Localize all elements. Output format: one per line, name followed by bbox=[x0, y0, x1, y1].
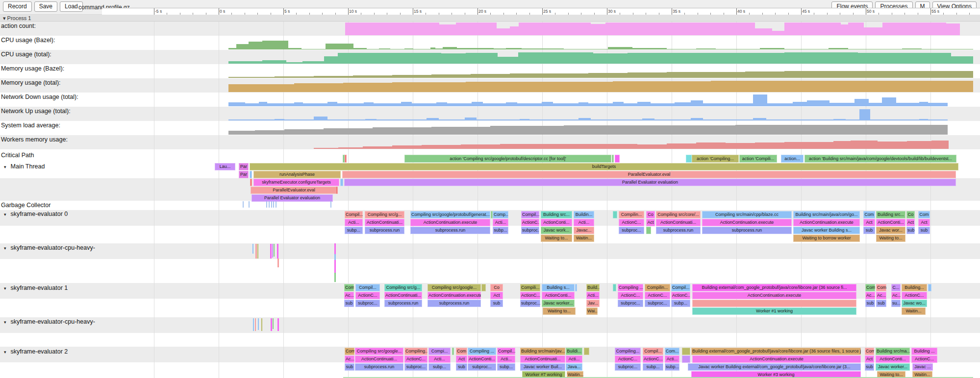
event-slice-skyframe-evaluator-0[interactable]: subprocess.run bbox=[702, 227, 792, 234]
event-tick[interactable] bbox=[257, 244, 258, 259]
event-slice-main-thread[interactable]: Par bbox=[239, 171, 249, 178]
event-tick[interactable] bbox=[261, 318, 262, 331]
event-tick[interactable] bbox=[243, 201, 244, 208]
event-slice-skyframe-evaluator-1[interactable]: Compil... bbox=[671, 284, 690, 291]
event-slice-skyframe-evaluator-0[interactable]: Com bbox=[863, 211, 875, 218]
event-slice-skyframe-evaluator-2[interactable]: subproc... bbox=[468, 363, 496, 371]
event-slice-skyframe-evaluator-1[interactable]: Javac wo... bbox=[902, 300, 927, 307]
event-slice-skyframe-evaluator-0[interactable]: Compilin... bbox=[619, 211, 644, 218]
event-slice-main-thread[interactable]: ParallelEvaluator.eval bbox=[342, 171, 956, 178]
event-tick[interactable] bbox=[277, 318, 279, 331]
event-slice-skyframe-evaluator-1[interactable]: Build... bbox=[586, 284, 600, 291]
event-slice-skyframe-evaluator-2[interactable]: subproc... bbox=[615, 363, 641, 371]
collapse-arrow-icon[interactable]: ▾ bbox=[4, 165, 6, 169]
event-slice-skyframe-evaluator-2[interactable]: Compiling ... bbox=[468, 348, 496, 355]
event-slice-skyframe-evaluator-2[interactable]: Acti... bbox=[497, 355, 515, 363]
event-slice-skyframe-evaluator-1[interactable]: Worker #1 working bbox=[692, 307, 856, 315]
track-label-skyframe-evaluator-cpu-heavy[interactable]: ▾skyframe-evaluator-cpu-heavy- bbox=[4, 244, 95, 251]
event-slice-skyframe-evaluator-0[interactable]: subp... bbox=[345, 227, 363, 234]
event-slice-skyframe-evaluator-1[interactable]: Compili... bbox=[520, 284, 540, 291]
event-tick[interactable] bbox=[334, 254, 336, 260]
event-slice-skyframe-evaluator-0[interactable]: ActionConti... bbox=[541, 219, 572, 226]
event-slice-skyframe-evaluator-2[interactable]: Compiling... bbox=[404, 348, 427, 355]
event-slice-skyframe-evaluator-1[interactable]: Building s... bbox=[542, 284, 575, 291]
event-tick[interactable] bbox=[271, 201, 272, 208]
event-slice-skyframe-evaluator-1[interactable]: Compil... bbox=[355, 284, 380, 291]
event-slice-skyframe-evaluator-2[interactable]: Building external/com_google_protobuf/ja… bbox=[691, 348, 861, 355]
event-slice-skyframe-evaluator-2[interactable]: sub bbox=[345, 363, 354, 371]
event-slice-main-thread[interactable]: skyframeExecutor.configureTargets bbox=[253, 179, 339, 186]
event-tick[interactable] bbox=[255, 318, 256, 331]
event-slice-skyframe-evaluator-1[interactable]: subprocess.run bbox=[427, 300, 481, 307]
event-slice-skyframe-evaluator-0[interactable]: ActionContinuation.execute bbox=[702, 219, 792, 226]
event-slice-skyframe-evaluator-1[interactable]: Com bbox=[876, 284, 886, 291]
event-slice-skyframe-evaluator-2[interactable]: subprocess.run bbox=[355, 363, 403, 371]
event-slice-skyframe-evaluator-0[interactable]: Compiling src/main/cpp/blaze.cc bbox=[702, 211, 792, 218]
record-button[interactable]: Record bbox=[3, 1, 32, 12]
event-slice-skyframe-evaluator-1[interactable] bbox=[613, 284, 616, 291]
chart-system-load-average[interactable] bbox=[0, 121, 980, 135]
event-tick[interactable] bbox=[255, 244, 257, 259]
event-slice-skyframe-evaluator-1[interactable]: subp... bbox=[671, 300, 690, 307]
event-slice-skyframe-evaluator-1[interactable]: Compiling ... bbox=[618, 284, 643, 291]
event-slice-skyframe-evaluator-2[interactable]: ActionContinuati... bbox=[520, 355, 565, 363]
event-slice-skyframe-evaluator-1[interactable]: su... bbox=[891, 300, 901, 307]
event-slice-skyframe-evaluator-1[interactable]: ActionC... bbox=[671, 292, 690, 299]
chart-action-count[interactable] bbox=[0, 22, 980, 36]
event-slice-skyframe-evaluator-2[interactable]: Compil... bbox=[497, 348, 515, 355]
event-slice-skyframe-evaluator-0[interactable]: ActionContinuation.execute bbox=[410, 219, 490, 226]
event-slice-skyframe-evaluator-1[interactable]: Compiling src/g... bbox=[384, 284, 422, 291]
event-slice-skyframe-evaluator-2[interactable] bbox=[682, 348, 690, 355]
event-slice-skyframe-evaluator-2[interactable]: ActionConti... bbox=[876, 355, 910, 363]
event-slice-skyframe-evaluator-2[interactable]: Building src/ma... bbox=[876, 348, 910, 355]
event-slice-skyframe-evaluator-1[interactable]: Com bbox=[344, 284, 354, 291]
chart-memory-usage-total[interactable] bbox=[0, 78, 980, 93]
event-slice-skyframe-evaluator-0[interactable]: Building src/main/java/com/go... bbox=[793, 211, 860, 218]
chart-network-up-usage[interactable] bbox=[0, 107, 980, 121]
event-slice-main-thread[interactable]: Parallel Evaluator evaluation bbox=[344, 179, 956, 186]
event-slice-critical-path[interactable] bbox=[612, 155, 614, 163]
event-slice-skyframe-evaluator-2[interactable]: Javac worker Building external/com_googl… bbox=[688, 363, 861, 371]
event-slice-skyframe-evaluator-1[interactable] bbox=[928, 284, 931, 291]
event-slice-skyframe-evaluator-2[interactable]: sub bbox=[865, 363, 874, 371]
event-slice-skyframe-evaluator-1[interactable]: Wai... bbox=[586, 307, 598, 315]
event-slice-skyframe-evaluator-1[interactable]: subprocess.run bbox=[384, 300, 422, 307]
event-slice-skyframe-evaluator-1[interactable]: sub bbox=[876, 300, 886, 307]
track-label-skyframe-evaluator-1[interactable]: ▾skyframe-evaluator 1 bbox=[4, 284, 68, 291]
event-slice-skyframe-evaluator-0[interactable]: Compiling src/core/... bbox=[656, 211, 701, 218]
event-slice-main-thread[interactable]: runAnalysisPhase bbox=[253, 171, 341, 178]
event-slice-skyframe-evaluator-2[interactable] bbox=[584, 348, 589, 355]
event-tick[interactable] bbox=[277, 244, 278, 259]
event-slice-skyframe-evaluator-0[interactable]: Com bbox=[918, 211, 930, 218]
event-slice-skyframe-evaluator-0[interactable]: Co bbox=[906, 211, 915, 218]
event-tick[interactable] bbox=[269, 201, 270, 208]
event-slice-skyframe-evaluator-1[interactable]: ActionContinuation.execute bbox=[692, 292, 856, 299]
event-slice-skyframe-evaluator-1[interactable] bbox=[481, 284, 486, 291]
event-slice-skyframe-evaluator-2[interactable]: Compi... bbox=[428, 348, 451, 355]
event-slice-skyframe-evaluator-1[interactable]: sub bbox=[490, 300, 503, 307]
event-slice-skyframe-evaluator-2[interactable]: Com bbox=[345, 348, 354, 355]
event-slice-skyframe-evaluator-0[interactable]: Waiting to borrow worker bbox=[793, 235, 860, 242]
event-slice-skyframe-evaluator-0[interactable]: Building src... bbox=[876, 211, 905, 218]
event-slice-skyframe-evaluator-0[interactable]: ActionContinuati... bbox=[656, 219, 701, 226]
event-slice-skyframe-evaluator-0[interactable]: Javac worker Building s... bbox=[793, 227, 860, 234]
event-tick[interactable] bbox=[277, 259, 279, 267]
event-slice-skyframe-evaluator-0[interactable]: Waiting to... bbox=[876, 235, 905, 242]
event-slice-skyframe-evaluator-0[interactable]: Javac work... bbox=[541, 227, 572, 234]
event-slice-skyframe-evaluator-1[interactable]: ActionContinuati... bbox=[384, 292, 422, 299]
event-slice-skyframe-evaluator-2[interactable]: Javac ... bbox=[912, 363, 933, 371]
event-slice-skyframe-evaluator-0[interactable]: subproc... bbox=[521, 227, 539, 234]
chart-memory-usage-bazel[interactable] bbox=[0, 64, 980, 78]
event-tick[interactable] bbox=[253, 318, 254, 331]
event-slice-critical-path[interactable]: action 'Compiling... bbox=[692, 155, 739, 163]
event-slice-skyframe-evaluator-0[interactable]: Comp... bbox=[493, 211, 508, 218]
event-slice-skyframe-evaluator-1[interactable]: ActionC... bbox=[645, 292, 670, 299]
event-slice-skyframe-evaluator-1[interactable]: C... bbox=[891, 284, 901, 291]
event-tick[interactable] bbox=[330, 201, 331, 208]
event-slice-skyframe-evaluator-1[interactable]: ActionConti... bbox=[542, 292, 575, 299]
event-slice-skyframe-evaluator-1[interactable]: Compilin... bbox=[645, 284, 670, 291]
event-slice-skyframe-evaluator-0[interactable]: ActionC... bbox=[521, 219, 539, 226]
event-slice-main-thread[interactable] bbox=[250, 171, 252, 178]
event-slice-skyframe-evaluator-1[interactable]: Ac... bbox=[876, 292, 886, 299]
event-slice-skyframe-evaluator-2[interactable]: subp... bbox=[428, 363, 451, 371]
